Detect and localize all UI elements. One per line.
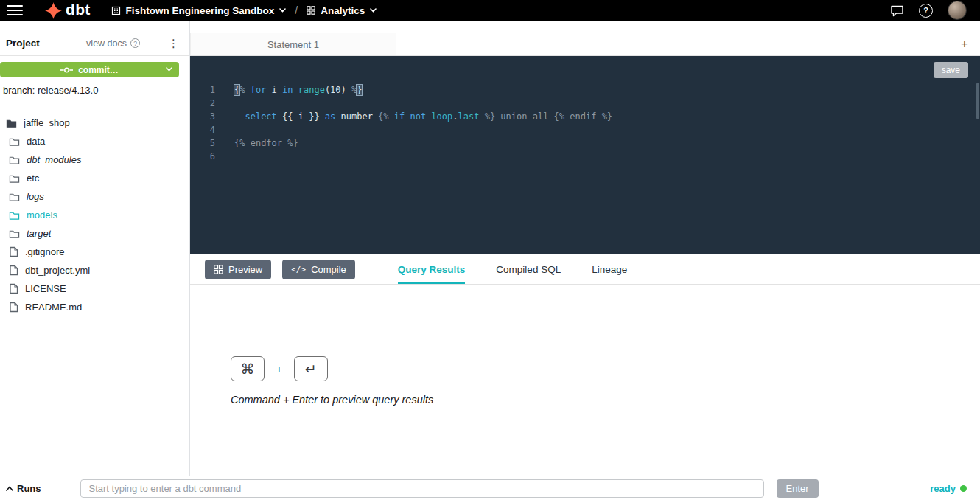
building-icon [111,6,121,15]
tree-item-target[interactable]: target [0,224,189,243]
tree-item-label: LICENSE [25,283,66,294]
hamburger-menu-icon[interactable] [7,2,23,18]
folder-icon [9,229,20,239]
folder-icon [9,136,20,147]
dbt-logo-icon [45,2,62,19]
tree-item-label: logs [27,191,44,202]
view-docs-label: view docs [86,38,127,49]
tree-item-dbt_modules[interactable]: dbt_modules [0,150,189,169]
tab-query-results[interactable]: Query Results [398,254,466,284]
file-icon [9,265,18,276]
code-line[interactable]: 5{% endfor %} [190,136,980,150]
chevron-up-icon [6,486,13,491]
tree-item-LICENSE[interactable]: LICENSE [0,279,189,298]
tab-statement-1[interactable]: Statement 1 [190,33,396,55]
tree-item-label: etc [27,173,39,184]
line-number: 3 [190,110,215,123]
sidebar-title: Project [6,38,40,49]
sidebar-header: Project view docs ? ⋮ [0,21,189,56]
tree-item-label: dbt_modules [27,154,81,165]
folder-icon [9,192,20,202]
results-toolbar: Preview </> Compile Query ResultsCompile… [190,254,980,285]
divider [371,259,371,280]
chevron-down-icon [370,8,377,13]
line-content: select {{ i }} as number {% if not loop.… [234,110,612,123]
code-area[interactable]: 1{% for i in range(10) %}23 select {{ i … [190,56,980,163]
tree-item-label: .gitignore [25,246,64,257]
folder-icon [9,173,20,184]
line-content: {% for i in range(10) %} [234,83,362,97]
tab-label: Statement 1 [267,39,319,50]
dbt-logo-text: dbt [66,1,91,18]
plus-text: + [276,364,282,375]
tree-item-data[interactable]: data [0,132,189,150]
tree-item-jaffle_shop[interactable]: jaffle_shop [0,114,189,132]
org-name: Fishtown Engineering Sandbox [126,5,275,16]
runs-toggle[interactable]: Runs [6,483,41,494]
hint-text: Command + Enter to preview query results [231,394,980,406]
branch-label: branch: release/4.13.0 [3,85,189,96]
tree-item-etc[interactable]: etc [0,169,189,187]
code-line[interactable]: 6 [190,150,980,163]
enter-key-icon: ↵ [294,356,328,381]
code-editor[interactable]: save 1{% for i in range(10) %}23 select … [190,56,980,254]
status-dot-icon [960,485,967,492]
compile-button[interactable]: </> Compile [282,260,355,279]
tab-compiled-sql[interactable]: Compiled SQL [496,254,561,284]
new-tab-button[interactable]: + [956,37,973,52]
code-line[interactable]: 2 [190,97,980,110]
dbt-logo[interactable]: dbt [45,1,91,19]
code-brackets-icon: </> [291,265,306,274]
file-tree: jaffle_shopdatadbt_modulesetclogsmodelst… [0,114,189,316]
preview-button[interactable]: Preview [205,260,271,279]
help-glyph: ? [923,6,928,15]
tree-item-label: target [27,228,51,239]
bottom-bar: Runs Enter ready [0,476,980,500]
file-icon [9,246,18,257]
command-key-icon: ⌘ [231,356,265,381]
chevron-down-icon [166,67,172,72]
compile-label: Compile [311,264,346,275]
top-bar: dbt Fishtown Engineering Sandbox / Analy… [0,0,980,21]
org-switcher[interactable]: Fishtown Engineering Sandbox [111,5,287,16]
save-button[interactable]: save [934,62,968,78]
tree-item-label: jaffle_shop [24,117,70,128]
folder-icon [6,118,17,128]
shortcut-hint: ⌘ + ↵ Command + Enter to preview query r… [190,313,980,406]
code-line[interactable]: 4 [190,123,980,136]
kebab-menu-icon[interactable]: ⋮ [165,37,182,50]
tree-item-logs[interactable]: logs [0,187,189,206]
code-line[interactable]: 3 select {{ i }} as number {% if not loo… [190,110,980,123]
commit-button[interactable]: commit… [0,62,179,77]
result-tabs: Query ResultsCompiled SQLLineage [398,254,627,284]
line-number: 1 [190,83,215,97]
results-pane: ⌘ + ↵ Command + Enter to preview query r… [190,285,980,476]
tree-item-label: data [27,136,45,147]
tab-lineage[interactable]: Lineage [592,254,627,284]
sidebar: Project view docs ? ⋮ commit… branch: re… [0,21,190,476]
git-commit-icon [60,66,73,74]
editor-scrollbar[interactable] [976,83,979,119]
file-icon [9,283,18,294]
help-icon[interactable]: ? [919,4,933,18]
tree-item-label: dbt_project.yml [25,265,90,276]
tree-item-models[interactable]: models [0,206,189,224]
project-switcher[interactable]: Analytics [307,5,377,16]
chevron-down-icon [279,8,286,13]
docs-icon: ? [130,38,140,48]
chat-icon[interactable] [890,4,904,17]
tree-item-README.md[interactable]: README.md [0,298,189,316]
enter-button[interactable]: Enter [777,479,819,498]
line-number: 5 [190,136,215,150]
line-number: 4 [190,123,215,136]
avatar[interactable] [948,1,967,20]
view-docs-link[interactable]: view docs ? [86,38,140,49]
tree-item-dbt_project.yml[interactable]: dbt_project.yml [0,261,189,279]
tree-item-label: README.md [25,302,82,313]
status-label: ready [930,483,956,494]
dbt-command-input[interactable] [80,479,764,498]
line-number: 2 [190,97,215,110]
code-line[interactable]: 1{% for i in range(10) %} [190,83,980,97]
tree-item-.gitignore[interactable]: .gitignore [0,243,189,261]
main-area: Statement 1 + save 1{% for i in range(10… [190,21,980,476]
